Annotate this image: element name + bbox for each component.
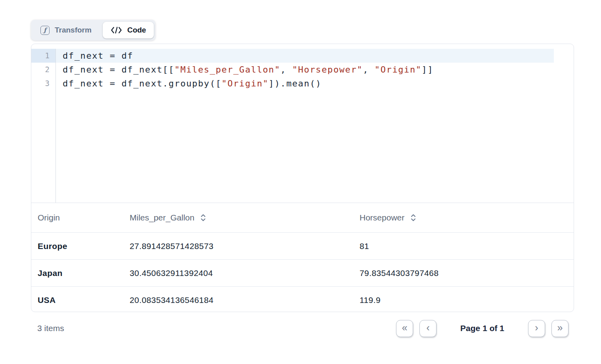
- pagination: «‹Page 1 of 1›»: [396, 320, 568, 337]
- code-line[interactable]: df_next = df_next[["Miles_per_Gallon", "…: [56, 63, 574, 77]
- table-cell: USA: [31, 287, 123, 312]
- column-header-horsepower[interactable]: Horsepower: [353, 203, 574, 233]
- code-token-plain: df_next = df_next.groupby([: [63, 79, 222, 88]
- table-cell: 79.83544303797468: [353, 260, 574, 287]
- line-number-gutter: 123: [31, 49, 56, 203]
- next-page-button[interactable]: ›: [528, 320, 545, 337]
- table-cell: 81: [353, 233, 574, 260]
- last-page-button[interactable]: »: [551, 320, 568, 337]
- code-editor[interactable]: 123 df_next = dfdf_next = df_next[["Mile…: [31, 44, 574, 203]
- code-token-string: "Origin": [222, 79, 269, 88]
- sort-icon[interactable]: [200, 213, 206, 222]
- code-token-plain: df_next = df_next[[: [63, 65, 174, 75]
- function-icon: ƒ: [40, 26, 50, 35]
- table-header-row: OriginMiles_per_GallonHorsepower: [31, 203, 574, 233]
- page: ƒ Transform Code 123 df_next = dfdf_next…: [0, 0, 601, 364]
- table-cell: Europe: [31, 233, 123, 260]
- view-tabs: ƒ Transform Code: [31, 20, 155, 40]
- table-row: Europe27.89142857142857381: [31, 233, 574, 260]
- code-token-plain: df_next = df: [63, 51, 133, 61]
- sort-icon[interactable]: [410, 213, 416, 222]
- tab-transform-label: Transform: [55, 26, 92, 34]
- code-token-plain: ,: [363, 65, 375, 75]
- table-cell: Japan: [31, 260, 123, 287]
- code-token-string: "Origin": [375, 65, 422, 75]
- code-line[interactable]: df_next = df_next.groupby(["Origin"]).me…: [56, 77, 574, 90]
- tab-transform[interactable]: ƒ Transform: [31, 20, 101, 40]
- code-brackets-icon: [111, 26, 122, 34]
- code-lines: df_next = dfdf_next = df_next[["Miles_pe…: [56, 49, 574, 203]
- table-cell: 20.083534136546184: [123, 287, 353, 312]
- column-header-origin: Origin: [31, 203, 123, 233]
- result-table: OriginMiles_per_GallonHorsepower Europe2…: [31, 203, 574, 312]
- code-line[interactable]: df_next = df: [56, 49, 554, 63]
- table-footer: 3 items «‹Page 1 of 1›»: [31, 312, 574, 345]
- code-token-string: "Horsepower": [292, 65, 363, 75]
- column-header-label: Miles_per_Gallon: [130, 213, 194, 222]
- column-header-miles_per_gallon[interactable]: Miles_per_Gallon: [123, 203, 353, 233]
- line-number: 3: [31, 77, 56, 90]
- column-header-label: Horsepower: [360, 213, 404, 222]
- table-row: USA20.083534136546184119.9: [31, 287, 574, 312]
- table-row: Japan30.45063291139240479.83544303797468: [31, 260, 574, 287]
- previous-page-button[interactable]: ‹: [419, 320, 436, 337]
- page-indicator: Page 1 of 1: [460, 324, 504, 333]
- column-header-label: Origin: [38, 213, 60, 222]
- tab-code-label: Code: [127, 26, 146, 34]
- line-number: 1: [31, 49, 56, 63]
- table-cell: 30.450632911392404: [123, 260, 353, 287]
- code-token-plain: ,: [280, 65, 292, 75]
- main-panel: 123 df_next = dfdf_next = df_next[["Mile…: [31, 44, 574, 312]
- line-number: 2: [31, 63, 56, 77]
- code-token-plain: ]]: [422, 65, 434, 75]
- tab-code[interactable]: Code: [103, 22, 154, 38]
- code-token-string: "Miles_per_Gallon": [174, 65, 280, 75]
- first-page-button[interactable]: «: [396, 320, 413, 337]
- code-token-plain: ]).mean(): [269, 79, 322, 88]
- items-count: 3 items: [37, 324, 64, 333]
- table-cell: 119.9: [353, 287, 574, 312]
- table-cell: 27.891428571428573: [123, 233, 353, 260]
